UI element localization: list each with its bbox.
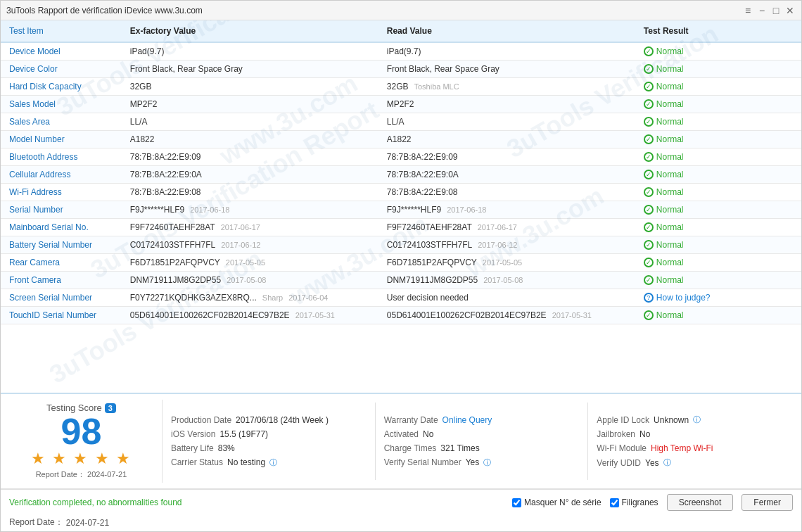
masquer-checkbox-label[interactable]: Masquer N° de série	[512, 498, 602, 507]
check-circle-icon: ✓	[644, 275, 654, 285]
table-header-row: Test Item Ex-factory Value Read Value Te…	[1, 20, 801, 42]
info-row: Verify UDIDYes ⓘ	[597, 457, 793, 468]
verification-table: Test Item Ex-factory Value Read Value Te…	[1, 20, 801, 324]
cell-read: C01724103STFFH7FL2017-06-12	[378, 236, 635, 254]
check-circle-icon: ✓	[644, 99, 654, 109]
close-button[interactable]: ✕	[784, 5, 796, 16]
result-label: Normal	[656, 310, 684, 320]
info-label: Verify UDID	[597, 458, 641, 468]
cell-test-item: Cellular Address	[1, 166, 122, 184]
result-label: Normal	[656, 258, 684, 267]
cell-test-item: Battery Serial Number	[1, 236, 122, 254]
cell-exfactory: F9F72460TAEHF28AT2017-06-17	[122, 219, 378, 236]
table-row: Front CameraDNM71911JM8G2DP552017-05-08D…	[1, 272, 801, 289]
cell-test-item: Mainboard Serial No.	[1, 219, 122, 236]
cell-test-item: Sales Area	[1, 113, 122, 131]
cell-test-item: Model Number	[1, 131, 122, 148]
title-bar: 3uTools Rapport de vérification iDevice …	[1, 1, 801, 20]
cell-exfactory: LL/A	[122, 113, 378, 131]
header-exfactory: Ex-factory Value	[122, 20, 378, 42]
header-read: Read Value	[378, 20, 635, 42]
question-mark-icon[interactable]: ⓘ	[663, 457, 671, 468]
question-mark-icon[interactable]: ⓘ	[269, 457, 277, 468]
cell-exfactory: 78:7B:8A:22:E9:08	[122, 184, 378, 201]
cell-result: ✓Normal	[635, 307, 801, 324]
info-value: No	[423, 429, 433, 439]
question-mark-icon[interactable]: ⓘ	[693, 414, 701, 425]
cell-result: ✓Normal	[635, 113, 801, 131]
info-row: JailbrokenNo	[597, 429, 793, 439]
cell-result: ✓Normal	[635, 272, 801, 289]
info-value: 15.5 (19F77)	[219, 429, 268, 439]
cell-read: F6D71851P2AFQPVCY2017-05-05	[378, 254, 635, 272]
check-circle-icon: ✓	[644, 187, 654, 197]
score-left: Testing Score 3 98 ★ ★ ★ ★ ★ Report Date…	[1, 400, 163, 483]
cell-exfactory: 05D614001E100262CF02B2014EC97B2E2017-05-…	[122, 307, 378, 324]
menu-button[interactable]: ≡	[742, 5, 753, 16]
cell-result: ✓Normal	[635, 166, 801, 184]
result-label: Normal	[656, 275, 684, 285]
header-test-item: Test Item	[1, 20, 122, 42]
table-row: Screen Serial NumberF0Y72271KQDHKG3AZEX8…	[1, 289, 801, 307]
cell-test-item: Wi-Fi Address	[1, 184, 122, 201]
cell-result: ✓Normal	[635, 254, 801, 272]
masquer-checkbox[interactable]	[512, 498, 521, 507]
check-circle-icon: ✓	[644, 46, 654, 56]
info-value: No	[639, 429, 650, 439]
report-date-row: Report Date： 2024-07-21	[1, 515, 801, 531]
window-controls: ≡ − □ ✕	[742, 5, 796, 16]
result-label: Normal	[656, 205, 684, 215]
maximize-button[interactable]: □	[770, 5, 782, 16]
cell-result: ✓Normal	[635, 148, 801, 166]
table-row: Battery Serial NumberC01724103STFFH7FL20…	[1, 236, 801, 254]
info-label: Production Date	[171, 415, 231, 425]
info-value: 321 Times	[440, 443, 479, 453]
cell-exfactory: DNM71911JM8G2DP552017-05-08	[122, 272, 378, 289]
stars: ★ ★ ★ ★ ★	[31, 450, 131, 468]
table-row: Hard Disk Capacity32GB32GBToshiba MLC✓No…	[1, 78, 801, 96]
normal-badge: ✓Normal	[644, 99, 793, 109]
result-label: Normal	[656, 64, 684, 74]
table-row: Rear CameraF6D71851P2AFQPVCY2017-05-05F6…	[1, 254, 801, 272]
info-label: Activated	[384, 429, 419, 439]
info-label: iOS Version	[171, 429, 215, 439]
result-label: Normal	[656, 222, 684, 232]
screenshot-button[interactable]: Screenshot	[667, 494, 734, 511]
normal-badge: ✓Normal	[644, 152, 793, 162]
cell-exfactory: 32GB	[122, 78, 378, 96]
normal-badge: ✓Normal	[644, 258, 793, 267]
info-row: Production Date2017/06/18 (24th Week )	[171, 415, 367, 425]
info-value: 83%	[218, 443, 235, 453]
minimize-button[interactable]: −	[756, 5, 768, 16]
question-mark-icon[interactable]: ⓘ	[483, 457, 491, 468]
cell-read: 05D614001E100262CF02B2014EC97B2E2017-05-…	[378, 307, 635, 324]
info-label: Warranty Date	[384, 415, 438, 425]
info-value: Yes	[645, 458, 659, 468]
result-label: Normal	[656, 134, 684, 144]
info-grid: Production Date2017/06/18 (24th Week )iO…	[163, 400, 801, 483]
main-content: 3uTools Vérification www.3u.com 3uTools …	[1, 20, 801, 531]
check-circle-icon: ✓	[644, 64, 654, 74]
score-number: 98	[61, 413, 102, 450]
cell-test-item: Screen Serial Number	[1, 289, 122, 307]
normal-badge: ✓Normal	[644, 222, 793, 232]
check-circle-icon: ✓	[644, 82, 654, 91]
info-row: Wi-Fi ModuleHigh Temp Wi-Fi	[597, 443, 793, 453]
cell-read: 32GBToshiba MLC	[378, 78, 635, 96]
cell-result: ✓Normal	[635, 201, 801, 219]
how-to-judge-badge: ?How to judge?	[644, 293, 793, 303]
close-button-footer[interactable]: Fermer	[741, 494, 793, 511]
filigranes-checkbox-label[interactable]: Filigranes	[610, 498, 658, 507]
info-label: Apple ID Lock	[597, 415, 649, 425]
table-row: Sales ModelMP2F2MP2F2✓Normal	[1, 96, 801, 113]
cell-test-item: Device Color	[1, 61, 122, 78]
info-row: Charge Times321 Times	[384, 443, 580, 453]
cell-exfactory: F0Y72271KQDHKG3AZEX8RQ...Sharp2017-06-04	[122, 289, 378, 307]
result-label: Normal	[656, 187, 684, 197]
filigranes-checkbox[interactable]	[610, 498, 619, 507]
cell-read: F9F72460TAEHF28AT2017-06-17	[378, 219, 635, 236]
info-row: iOS Version15.5 (19F77)	[171, 429, 367, 439]
cell-read: LL/A	[378, 113, 635, 131]
table-row: Model NumberA1822A1822✓Normal	[1, 131, 801, 148]
report-date-value: 2024-07-21	[66, 518, 109, 528]
